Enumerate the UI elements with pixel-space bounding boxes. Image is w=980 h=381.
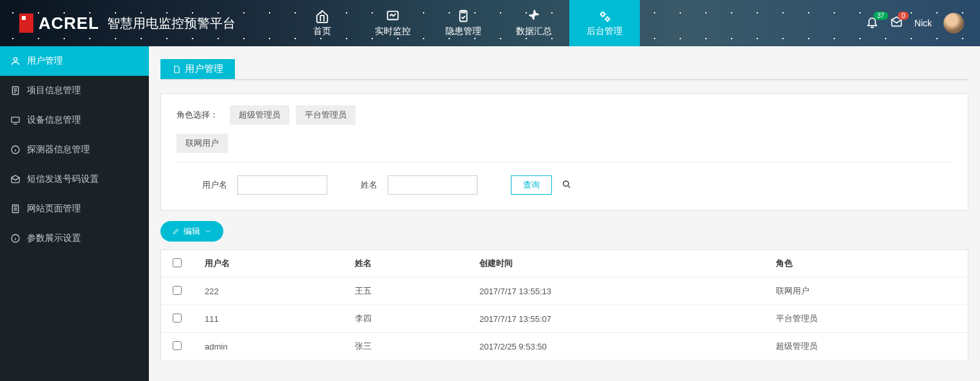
col-name: 姓名 (343, 250, 468, 278)
page-title: 用户管理 (160, 59, 235, 79)
notifications-bell[interactable]: 37 (866, 15, 879, 31)
nav-home[interactable]: 首页 (287, 0, 357, 46)
svg-point-4 (13, 58, 17, 61)
nav-monitor[interactable]: 实时监控 (357, 0, 428, 46)
pencil-icon (172, 227, 180, 235)
cell-username: admin (193, 333, 343, 360)
edit-button[interactable]: 编辑 (160, 221, 223, 242)
chevron-down-icon (204, 227, 212, 235)
bell-badge: 37 (873, 12, 888, 20)
cell-created: 2017/7/17 13:55:13 (468, 278, 765, 305)
svg-rect-6 (12, 117, 19, 122)
username-input[interactable] (237, 175, 327, 195)
app-title: 智慧用电监控预警平台 (107, 15, 236, 32)
sidebar: 用户管理 项目信息管理 设备信息管理 探测器信息管理 短信发送号码设置 网站页面… (0, 46, 149, 381)
notifications-mail[interactable]: 0 (890, 15, 903, 31)
col-created: 创建时间 (468, 250, 765, 278)
filter-panel: 角色选择： 超级管理员 平台管理员 联网用户 用户名 姓名 查询 (160, 93, 968, 211)
search-row: 用户名 姓名 查询 (176, 172, 952, 199)
search-icon[interactable] (562, 180, 571, 191)
avatar[interactable] (943, 13, 964, 33)
sidebar-item-params[interactable]: 参数展示设置 (0, 224, 149, 253)
page-title-bar: 用户管理 (160, 59, 968, 80)
sidebar-item-label: 项目信息管理 (27, 85, 81, 96)
row-checkbox[interactable] (173, 341, 182, 350)
user-name[interactable]: Nick (915, 18, 932, 28)
nav-label: 隐患管理 (445, 26, 481, 37)
name-input[interactable] (388, 175, 477, 195)
pinwheel-icon (527, 9, 541, 23)
logo-icon (19, 13, 33, 33)
cell-role: 平台管理员 (764, 305, 968, 333)
sidebar-item-label: 设备信息管理 (27, 114, 81, 126)
nav-label: 首页 (313, 26, 331, 37)
screen-icon (10, 115, 21, 125)
role-chip-super[interactable]: 超级管理员 (230, 105, 289, 125)
table-header-row: 用户名 姓名 创建时间 角色 (161, 250, 968, 278)
nav-admin[interactable]: 后台管理 (569, 0, 640, 46)
role-chip-network[interactable]: 联网用户 (176, 134, 228, 153)
cell-username: 111 (193, 305, 343, 333)
cell-role: 超级管理员 (764, 333, 968, 360)
select-all-checkbox[interactable] (173, 258, 182, 267)
sidebar-item-label: 网站页面管理 (27, 203, 81, 215)
header-right: 37 0 Nick (866, 13, 980, 33)
nav-label: 实时监控 (375, 26, 411, 37)
cell-name: 王五 (343, 278, 468, 305)
clipboard-icon (456, 9, 470, 23)
sidebar-item-label: 用户管理 (27, 55, 63, 67)
col-role: 角色 (764, 250, 968, 278)
svg-point-3 (606, 17, 609, 21)
home-icon (315, 9, 329, 23)
sidebar-item-users[interactable]: 用户管理 (0, 46, 149, 76)
table-row[interactable]: 111李四2017/7/17 13:55:07平台管理员 (161, 305, 968, 333)
sidebar-item-label: 探测器信息管理 (27, 144, 90, 155)
file-icon (10, 85, 21, 96)
cell-created: 2017/2/25 9:53:50 (468, 333, 765, 360)
table-row[interactable]: admin张三2017/2/25 9:53:50超级管理员 (161, 333, 968, 360)
svg-point-10 (563, 181, 569, 186)
nav-hazard[interactable]: 隐患管理 (428, 0, 499, 46)
cell-username: 222 (193, 278, 343, 305)
gears-icon (597, 9, 612, 23)
sidebar-item-sensors[interactable]: 探测器信息管理 (0, 135, 149, 164)
user-icon (10, 56, 21, 66)
username-label: 用户名 (202, 179, 227, 191)
col-username: 用户名 (193, 250, 343, 278)
cell-created: 2017/7/17 13:55:07 (468, 305, 765, 333)
role-chip-platform[interactable]: 平台管理员 (296, 105, 356, 125)
name-label: 姓名 (361, 179, 377, 191)
divider (176, 162, 952, 163)
sidebar-item-projects[interactable]: 项目信息管理 (0, 76, 149, 105)
page-title-text: 用户管理 (185, 63, 223, 75)
sidebar-item-devices[interactable]: 设备信息管理 (0, 105, 149, 135)
role-filter-row: 角色选择： 超级管理员 平台管理员 (176, 105, 952, 125)
role-filter-label: 角色选择： (176, 109, 218, 121)
top-header: ACREL 智慧用电监控预警平台 首页 实时监控 隐患管理 数据汇总 后台管理 … (0, 0, 980, 46)
sidebar-item-sms[interactable]: 短信发送号码设置 (0, 164, 149, 194)
row-checkbox[interactable] (173, 286, 182, 295)
logo-block: ACREL 智慧用电监控预警平台 (0, 13, 248, 33)
logo-text: ACREL (39, 13, 99, 33)
edit-button-label: 编辑 (184, 226, 200, 237)
sidebar-item-pages[interactable]: 网站页面管理 (0, 194, 149, 224)
doc-icon (172, 65, 181, 74)
info-icon (10, 233, 21, 244)
info-icon (10, 145, 21, 155)
cell-role: 联网用户 (764, 278, 968, 305)
query-button[interactable]: 查询 (511, 175, 552, 195)
sidebar-item-label: 参数展示设置 (27, 233, 81, 244)
nav-label: 后台管理 (587, 26, 623, 37)
role-filter-row-2: 联网用户 (176, 134, 952, 153)
nav-data[interactable]: 数据汇总 (499, 0, 569, 46)
monitor-icon (386, 9, 400, 23)
main-content: 用户管理 角色选择： 超级管理员 平台管理员 联网用户 用户名 姓名 查询 编辑 (149, 46, 980, 373)
nav-label: 数据汇总 (516, 26, 552, 37)
mail-badge: 0 (898, 12, 909, 20)
sidebar-item-label: 短信发送号码设置 (27, 173, 99, 185)
mail-icon (10, 174, 21, 184)
row-checkbox[interactable] (173, 314, 182, 323)
doc-icon (10, 204, 21, 214)
cell-name: 李四 (343, 305, 468, 333)
table-row[interactable]: 222王五2017/7/17 13:55:13联网用户 (161, 278, 968, 305)
